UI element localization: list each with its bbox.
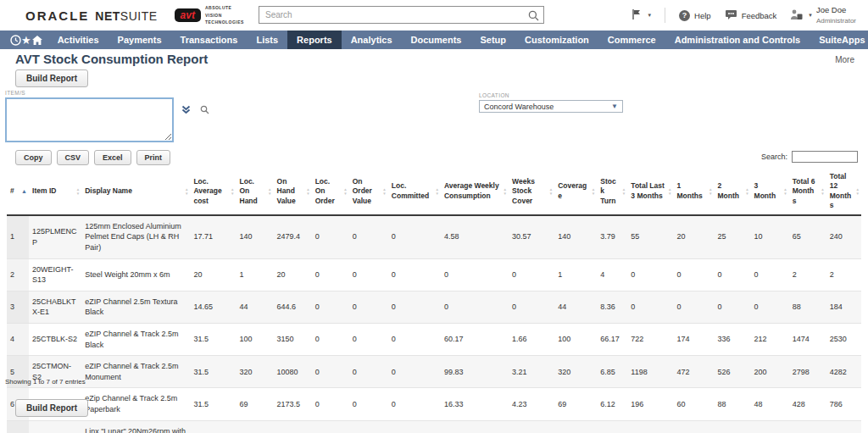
nav-item-activities[interactable]: Activities	[48, 31, 108, 49]
nav-item-transactions[interactable]: Transactions	[171, 31, 248, 49]
items-input[interactable]	[5, 97, 174, 142]
data-cell: 1198	[627, 356, 673, 388]
data-cell: 31.5	[190, 324, 236, 356]
data-cell: 0	[509, 291, 554, 323]
build-report-button-bottom[interactable]: Build Report	[15, 399, 88, 417]
data-cell: 0	[312, 356, 349, 388]
column-header-loc-committed[interactable]: Loc. Committed▲▼	[388, 169, 441, 215]
recent-records-icon[interactable]	[10, 31, 21, 49]
data-cell: 0	[388, 258, 441, 291]
chevron-down-icon: ▾	[809, 12, 812, 19]
data-cell: 0	[312, 324, 349, 356]
sort-both-icon: ▲▼	[549, 187, 553, 196]
table-search-label: Search:	[761, 153, 787, 161]
nav-item-payments[interactable]: Payments	[108, 31, 171, 49]
home-icon[interactable]	[31, 31, 43, 49]
column-header-total-6-months[interactable]: Total 6 Months▲▼	[789, 169, 826, 215]
data-cell: 4.23	[509, 388, 554, 420]
nav-item-lists[interactable]: Lists	[247, 31, 287, 49]
export-print-button[interactable]: Print	[136, 150, 171, 165]
column-header-1-months[interactable]: 1 Months▲▼	[673, 169, 714, 215]
nav-item-administration-and-controls[interactable]: Administration and Controls	[665, 31, 810, 49]
nav-item-documents[interactable]: Documents	[402, 31, 471, 49]
data-cell: 0	[627, 258, 673, 291]
column-header-weeks-stock-cover[interactable]: Weeks Stock Cover▲▼	[509, 169, 554, 215]
column-header-2-month[interactable]: 2 Month▲▼	[715, 169, 751, 215]
table-body: 1125PLMENCP125mm Enclosed Aluminium Pelm…	[7, 215, 861, 433]
data-cell: 20	[190, 258, 236, 291]
row-index-cell: 4	[7, 324, 29, 356]
location-selected-value: Concord Warehouse	[484, 103, 554, 111]
sort-ascending-icon: ▲	[21, 188, 27, 195]
more-link[interactable]: More	[835, 55, 854, 64]
data-cell: 88	[789, 291, 826, 323]
table-search-input[interactable]	[792, 151, 858, 163]
user-role: Administrator	[816, 17, 856, 25]
column-header-label: Stock Turn	[600, 177, 615, 205]
export-copy-button[interactable]: Copy	[15, 150, 52, 165]
build-report-button-top[interactable]: Build Report	[15, 69, 88, 87]
nav-item-analytics[interactable]: Analytics	[342, 31, 402, 49]
data-cell: 0	[441, 291, 509, 323]
global-search-input[interactable]	[259, 6, 544, 24]
expand-items-icon[interactable]	[181, 103, 191, 118]
data-cell: 0	[715, 258, 751, 291]
nav-item-reports[interactable]: Reports	[287, 31, 342, 49]
feedback-label: Feedback	[742, 11, 777, 20]
create-new-menu[interactable]: ▾	[631, 8, 652, 22]
data-cell: 4282	[826, 356, 861, 388]
data-cell: 44	[554, 291, 597, 323]
user-menu[interactable]: ▾ Joe Doe Administrator	[790, 5, 856, 25]
column-header-[interactable]: #▲	[7, 169, 29, 215]
column-header-coverage[interactable]: Coverage▲▼	[554, 169, 597, 215]
data-cell: 16.33	[441, 388, 509, 420]
column-header-stock-turn[interactable]: Stock Turn▲▼	[597, 169, 627, 215]
data-cell: 310	[627, 420, 673, 433]
column-header-loc-on-order[interactable]: Loc. On Order▲▼	[312, 169, 349, 215]
column-header-on-hand-value[interactable]: On Hand Value▲▼	[274, 169, 312, 215]
user-info: Joe Doe Administrator	[816, 5, 856, 25]
nav-item-customization[interactable]: Customization	[515, 31, 598, 49]
stock-consumption-table: #▲Item ID▲▼Display Name▲▼Loc. Average co…	[7, 169, 861, 433]
export-excel-button[interactable]: Excel	[94, 150, 131, 165]
shortcuts-star-icon[interactable]: ★	[21, 31, 31, 49]
sort-both-icon: ▲▼	[343, 187, 347, 196]
data-cell: 31.5	[190, 388, 236, 420]
column-header-loc-average-cost[interactable]: Loc. Average cost▲▼	[190, 169, 236, 215]
data-cell: 25CHABLKTX-E1	[29, 291, 81, 323]
column-header-display-name[interactable]: Display Name▲▼	[81, 169, 190, 215]
data-cell: 2	[789, 258, 826, 291]
data-cell: 1	[554, 258, 597, 291]
data-cell: 1.66	[509, 324, 554, 356]
column-header-average-weekly-consumption[interactable]: Average Weekly Consumption▲▼	[441, 169, 509, 215]
data-cell: eZIP Channel & Track 2.5m Monument	[81, 356, 190, 388]
data-cell: 10080	[274, 356, 312, 388]
help-menu[interactable]: ? Help	[679, 10, 711, 21]
user-name: Joe Doe	[816, 5, 846, 14]
export-csv-button[interactable]: CSV	[57, 150, 90, 165]
dropdown-arrow-icon: ▼	[611, 103, 618, 110]
column-header-item-id[interactable]: Item ID▲▼	[29, 169, 81, 215]
data-cell: 526	[715, 356, 751, 388]
item-search-icon[interactable]	[200, 103, 209, 118]
data-cell: 428	[789, 388, 826, 420]
data-cell: 2530	[826, 324, 861, 356]
location-select[interactable]: Concord Warehouse ▼	[479, 100, 623, 113]
column-header-on-order-value[interactable]: On Order Value▲▼	[349, 169, 388, 215]
feedback-menu[interactable]: Feedback	[725, 9, 777, 22]
column-header-total-12-months[interactable]: Total 12 Months▲▼	[826, 169, 861, 215]
column-header-loc-on-hand[interactable]: Loc. On Hand▲▼	[236, 169, 274, 215]
column-header-total-last-3-months[interactable]: Total Last 3 Months▲▼	[627, 169, 673, 215]
sort-both-icon: ▲▼	[668, 187, 671, 196]
column-header-3-month[interactable]: 3 Month▲▼	[751, 169, 789, 215]
data-cell: 120	[715, 420, 751, 433]
sort-both-icon: ▲▼	[185, 187, 188, 196]
data-cell: 320	[236, 356, 274, 388]
nav-item-setup[interactable]: Setup	[471, 31, 516, 49]
top-header-bar: ORACLE NET SUITE avt ABSOLUTE VISION TEC…	[0, 0, 868, 31]
nav-item-suiteapps[interactable]: SuiteApps	[810, 31, 868, 49]
feedback-icon	[725, 9, 737, 22]
data-cell: 25.83	[441, 420, 509, 433]
data-cell: 120	[751, 420, 789, 433]
nav-item-commerce[interactable]: Commerce	[598, 31, 665, 49]
